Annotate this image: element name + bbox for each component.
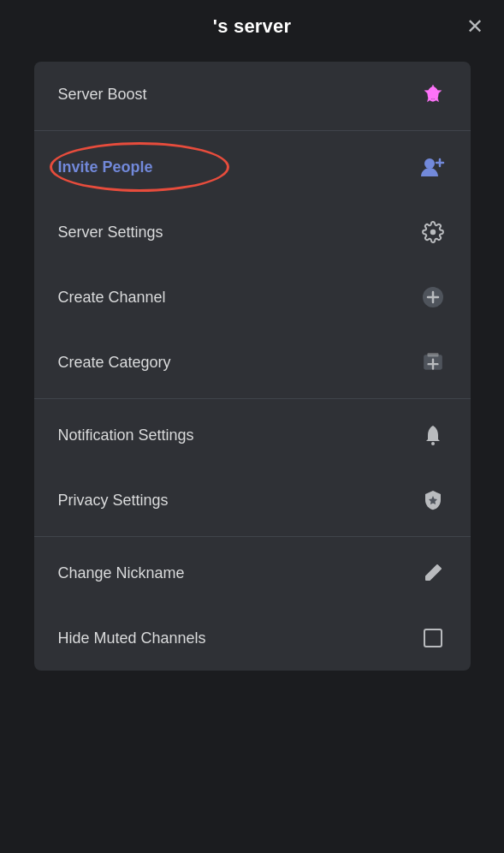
svg-rect-11 [427,353,438,356]
svg-point-1 [424,158,435,169]
menu-item-server-boost[interactable]: Server Boost [34,62,471,127]
menu-item-invite-people[interactable]: Invite People [34,134,471,200]
settings-icon [419,218,447,246]
svg-point-4 [430,230,436,236]
create-channel-icon [419,283,447,311]
divider-3 [34,536,471,537]
modal-header: 's server ✕ [0,0,504,53]
change-nickname-label: Change Nickname [58,564,185,582]
notification-settings-label: Notification Settings [58,426,194,444]
close-button[interactable]: ✕ [466,16,483,37]
server-settings-label: Server Settings [58,224,163,242]
privacy-icon [419,486,447,514]
create-channel-label: Create Channel [58,289,166,307]
menu-item-create-channel[interactable]: Create Channel [34,265,471,330]
menu-item-create-category[interactable]: Create Category [34,330,471,395]
create-category-icon [419,349,447,376]
divider-1 [34,130,471,131]
hide-muted-channels-label: Hide Muted Channels [58,629,206,647]
modal-title: 's server [213,15,291,38]
boost-icon [419,81,447,108]
menu-container: Server Boost Invite People [34,62,471,671]
menu-item-privacy-settings[interactable]: Privacy Settings [34,468,471,533]
svg-point-12 [431,442,435,445]
notification-icon [419,421,447,449]
invite-people-label: Invite People [58,158,153,176]
hide-muted-checkbox[interactable] [419,624,447,652]
invite-icon [419,153,447,181]
menu-item-hide-muted-channels[interactable]: Hide Muted Channels [34,605,471,671]
checkbox[interactable] [424,629,442,647]
server-boost-label: Server Boost [58,86,147,104]
divider-2 [34,398,471,399]
menu-item-server-settings[interactable]: Server Settings [34,200,471,265]
nickname-icon [419,559,447,587]
menu-item-change-nickname[interactable]: Change Nickname [34,540,471,605]
modal-overlay: 's server ✕ Server Boost Invite People [0,0,504,853]
menu-item-notification-settings[interactable]: Notification Settings [34,403,471,468]
create-category-label: Create Category [58,354,171,372]
privacy-settings-label: Privacy Settings [58,492,169,510]
